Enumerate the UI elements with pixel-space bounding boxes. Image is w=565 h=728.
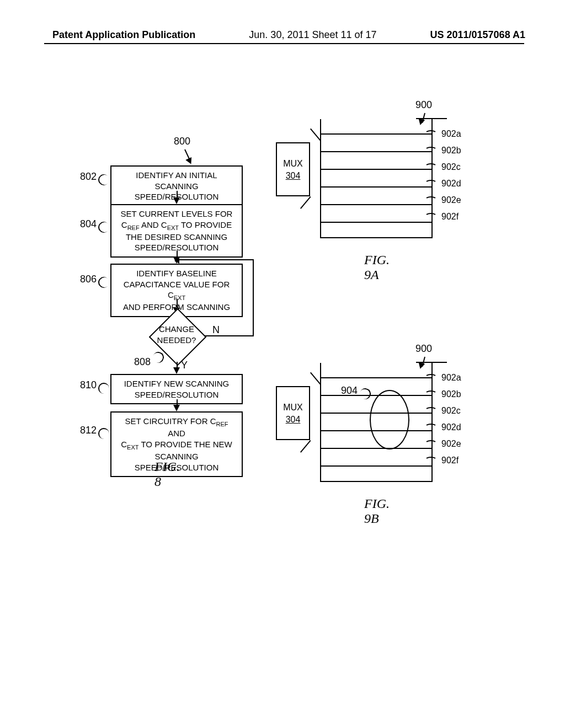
arrowhead-802-804 bbox=[173, 197, 180, 204]
row-9b-6 bbox=[321, 465, 431, 484]
arc-902c-a bbox=[425, 163, 437, 170]
mux-num-9b: 304 bbox=[277, 415, 309, 425]
lbl-902f-a: 902f bbox=[441, 212, 459, 222]
row-9a-4 bbox=[321, 186, 431, 204]
step-810-l1: IDENTIFY NEW SCANNING bbox=[124, 379, 230, 388]
row-9a-0 bbox=[321, 119, 431, 133]
step-804-l2c: TO PROVIDE bbox=[179, 220, 232, 229]
leader-802 bbox=[96, 172, 111, 188]
mux-slant-top-9a bbox=[310, 129, 321, 141]
decision-yes: Y bbox=[181, 360, 188, 371]
ref-label-806: 806 bbox=[80, 274, 97, 285]
mux-9b: MUX 304 bbox=[276, 386, 310, 440]
header-left: Patent Application Publication bbox=[52, 29, 195, 41]
row-9a-2 bbox=[321, 151, 431, 169]
no-line-h1 bbox=[204, 335, 254, 336]
leader-812 bbox=[98, 428, 109, 439]
arrowhead-808-810 bbox=[173, 367, 180, 374]
arc-902c-b bbox=[425, 407, 437, 414]
arc-902d-a bbox=[425, 180, 437, 186]
lbl-902f-b: 902f bbox=[441, 456, 459, 465]
touch-904 bbox=[370, 390, 409, 449]
arc-902d-b bbox=[425, 424, 437, 430]
row-9b-5 bbox=[321, 448, 431, 465]
ref-label-904: 904 bbox=[341, 385, 358, 397]
ref-label-802: 802 bbox=[80, 171, 97, 183]
step-804-l1: SET CURRENT LEVELS FOR bbox=[121, 209, 233, 218]
lbl-902d-b: 902d bbox=[441, 422, 461, 432]
step-804-l3: THE DESIRED SCANNING bbox=[126, 232, 227, 242]
arrowhead-810-812 bbox=[173, 405, 180, 411]
arc-902f-a bbox=[425, 213, 437, 220]
ref-label-812: 812 bbox=[80, 425, 97, 436]
step-806-l1: IDENTIFY BASELINE bbox=[136, 269, 217, 278]
page-header: Patent Application Publication Jun. 30, … bbox=[0, 29, 565, 41]
mux-label-9b: MUX bbox=[277, 403, 309, 413]
arc-902e-a bbox=[425, 196, 437, 203]
fig9b-caption: FIG. 9B bbox=[364, 496, 390, 526]
ref-label-808: 808 bbox=[134, 356, 151, 368]
leader-808 bbox=[151, 350, 166, 365]
step-804-l2b: AND C bbox=[140, 220, 167, 229]
header-right: US 2011/0157068 A1 bbox=[430, 29, 525, 41]
lbl-902c-a: 902c bbox=[441, 162, 461, 172]
arc-902a-b bbox=[425, 374, 437, 381]
step-804-l2a: C bbox=[121, 220, 127, 229]
ref-label-804: 804 bbox=[80, 218, 97, 230]
mux-9a: MUX 304 bbox=[276, 142, 310, 196]
step-804-sub1: REF bbox=[127, 224, 140, 231]
no-line-v bbox=[253, 259, 254, 336]
lbl-902e-a: 902e bbox=[441, 195, 461, 205]
arc-902a-a bbox=[425, 130, 437, 137]
row-9b-0 bbox=[321, 363, 431, 377]
step-812-l1a: SET CIRCUITRY FOR C bbox=[125, 416, 216, 426]
arc-902b-a bbox=[425, 147, 437, 153]
step-812-l2a: C bbox=[121, 440, 127, 449]
lbl-902a-a: 902a bbox=[441, 129, 461, 139]
step-812-sub2: EXT bbox=[127, 444, 138, 451]
mux-slant-bot-9a bbox=[300, 196, 311, 209]
step-802-l1: IDENTIFY AN INITIAL SCANNING bbox=[136, 170, 217, 191]
step-812-l2b: TO PROVIDE THE NEW bbox=[139, 440, 232, 449]
step-804-sub2: EXT bbox=[167, 224, 179, 231]
leader-806 bbox=[96, 275, 111, 290]
step-810-l2: SPEED/RESOLUTION bbox=[135, 390, 219, 399]
step-812-l1b: AND bbox=[168, 429, 185, 438]
lbl-902b-a: 902b bbox=[441, 146, 461, 156]
row-9a-1 bbox=[321, 133, 431, 151]
step-804-box: SET CURRENT LEVELS FOR CREF AND CEXT TO … bbox=[110, 204, 243, 258]
row-9a-5 bbox=[321, 204, 431, 222]
lbl-902d-a: 902d bbox=[441, 179, 461, 189]
row-9a-3 bbox=[321, 169, 431, 186]
lbl-902b-b: 902b bbox=[441, 389, 461, 399]
arc-902f-b bbox=[425, 457, 437, 463]
lbl-902c-b: 902c bbox=[441, 406, 461, 416]
rows-9a bbox=[320, 119, 433, 238]
ref-label-800: 800 bbox=[174, 136, 190, 147]
mux-slant-bot-9b bbox=[300, 440, 311, 453]
ref-label-810: 810 bbox=[80, 379, 97, 391]
decision-no: N bbox=[212, 324, 220, 336]
mux-num-9a: 304 bbox=[277, 171, 309, 181]
step-812-sub1: REF bbox=[216, 421, 228, 427]
leader-810 bbox=[98, 383, 109, 394]
ref-label-900b: 900 bbox=[415, 343, 432, 355]
mux-label-9a: MUX bbox=[277, 159, 309, 169]
header-center: Jun. 30, 2011 Sheet 11 of 17 bbox=[249, 29, 376, 41]
arc-902b-b bbox=[425, 390, 437, 397]
fig8-caption: FIG. 8 bbox=[154, 459, 180, 489]
lbl-902e-b: 902e bbox=[441, 439, 461, 449]
row-9a-6 bbox=[321, 222, 431, 240]
step-806-sub: EXT bbox=[174, 295, 185, 301]
pointer-head-800 bbox=[185, 157, 194, 165]
mux-slant-top-9b bbox=[310, 372, 321, 385]
lbl-902a-b: 902a bbox=[441, 373, 461, 383]
ref-label-900a: 900 bbox=[415, 99, 432, 111]
no-line-h2 bbox=[178, 259, 254, 260]
fig9a-caption: FIG. 9A bbox=[364, 253, 390, 282]
leader-804 bbox=[96, 220, 111, 235]
arc-902e-b bbox=[425, 440, 437, 447]
row-9b-1 bbox=[321, 377, 431, 395]
